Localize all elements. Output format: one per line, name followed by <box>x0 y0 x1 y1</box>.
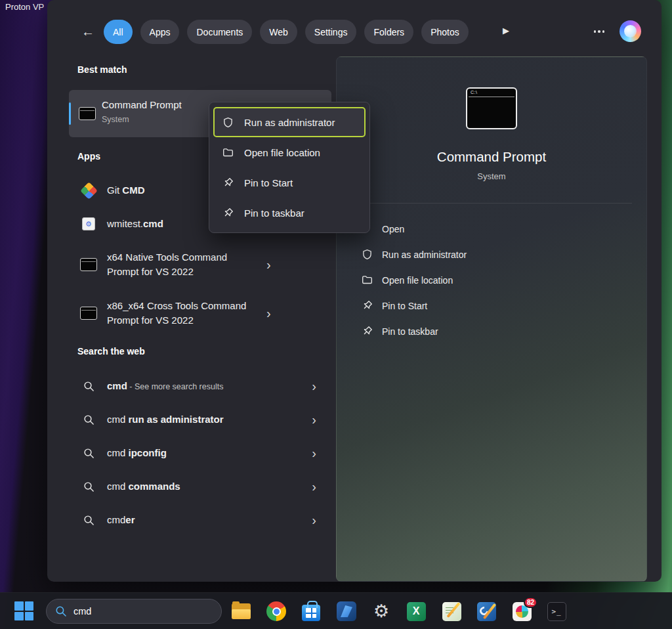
search-icon <box>80 481 97 492</box>
app-result-x86-x64-cross-tools[interactable]: x86_x64 Cross Tools Command Prompt for V… <box>74 290 320 336</box>
search-icon <box>80 381 97 392</box>
back-button[interactable]: ← <box>79 22 97 41</box>
shield-icon <box>360 249 373 260</box>
chevron-right-icon[interactable]: › <box>312 446 316 460</box>
preview-subtitle: System <box>337 171 646 181</box>
desktop: Proton VP ← All Apps Documents Web Setti… <box>0 0 672 629</box>
git-icon <box>80 184 97 197</box>
action-run-as-administrator[interactable]: Run as administrator <box>360 242 633 267</box>
context-open-file-location[interactable]: Open file location <box>213 137 366 167</box>
chevron-right-icon[interactable]: › <box>266 307 271 320</box>
terminal-icon[interactable]: >_ <box>546 601 567 622</box>
result-text: cmder <box>107 513 302 527</box>
command-prompt-icon <box>79 107 96 120</box>
result-text: x64 Native Tools Command Prompt for VS 2… <box>107 250 257 279</box>
context-pin-to-taskbar[interactable]: Pin to taskbar <box>213 198 366 228</box>
selection-accent-bar <box>69 102 71 125</box>
chrome-icon[interactable] <box>266 601 287 622</box>
blue-app-icon[interactable] <box>336 601 357 622</box>
taskbar-search-input[interactable] <box>74 606 213 617</box>
search-icon <box>55 605 67 617</box>
action-pin-to-taskbar[interactable]: Pin to taskbar <box>360 318 633 344</box>
pen-app-icon[interactable] <box>476 601 497 622</box>
action-pin-to-start[interactable]: Pin to Start <box>360 293 633 318</box>
search-icon <box>80 515 97 526</box>
more-options-button[interactable] <box>589 22 609 41</box>
filter-documents[interactable]: Documents <box>187 20 252 44</box>
web-suggestion-cmd-commands[interactable]: cmd commands › <box>74 471 320 502</box>
search-icon <box>80 448 97 459</box>
best-match-heading: Best match <box>77 64 127 75</box>
web-suggestion-cmd-run-as-administrator[interactable]: cmd run as administrator › <box>74 404 320 435</box>
preview-title: Command Prompt <box>337 149 646 165</box>
context-menu: Run as administrator Open file location … <box>209 102 370 233</box>
filter-settings[interactable]: Settings <box>305 20 357 44</box>
search-flyout-window: ← All Apps Documents Web Settings Folder… <box>47 0 662 582</box>
desktop-wallpaper-label: Proton VP <box>5 2 44 12</box>
result-text: x86_x64 Cross Tools Command Prompt for V… <box>107 299 257 328</box>
apps-heading: Apps <box>77 151 100 162</box>
taskbar-search-box[interactable] <box>46 599 222 624</box>
web-suggestion-cmd-ipconfig[interactable]: cmd ipconfig › <box>74 437 320 469</box>
filter-photos[interactable]: Photos <box>421 20 469 44</box>
context-pin-to-start[interactable]: Pin to Start <box>213 167 366 198</box>
action-open[interactable]: Open <box>360 216 633 242</box>
command-prompt-icon <box>80 307 97 320</box>
notes-app-icon[interactable] <box>441 601 462 622</box>
pin-icon <box>360 326 373 337</box>
best-match-title: Command Prompt <box>102 99 182 110</box>
copilot-icon[interactable] <box>620 20 641 42</box>
search-web-heading: Search the web <box>77 346 145 357</box>
folder-icon <box>221 147 234 158</box>
filter-folders[interactable]: Folders <box>364 20 413 44</box>
command-prompt-icon <box>80 258 97 271</box>
search-icon <box>80 414 97 425</box>
pin-icon <box>360 300 373 311</box>
filter-web[interactable]: Web <box>260 20 297 44</box>
app-result-x64-native-tools[interactable]: x64 Native Tools Command Prompt for VS 2… <box>74 242 320 288</box>
chevron-right-icon[interactable]: › <box>266 258 271 271</box>
action-open-file-location[interactable]: Open file location <box>360 267 633 293</box>
start-button[interactable] <box>14 601 34 621</box>
chevron-right-icon[interactable]: › <box>312 413 316 426</box>
chevron-right-icon[interactable]: › <box>312 380 316 393</box>
more-filters-icon[interactable]: ▶ <box>503 26 509 35</box>
settings-gear-icon[interactable]: ⚙ <box>371 601 392 622</box>
result-text: cmd ipconfig <box>107 446 302 460</box>
pin-icon <box>221 207 234 219</box>
notification-badge: 82 <box>524 597 537 608</box>
result-text: cmd commands <box>107 479 302 494</box>
shield-icon <box>221 117 234 128</box>
search-filter-bar: All Apps Documents Web Settings Folders … <box>104 20 469 44</box>
microsoft-store-icon[interactable] <box>301 601 322 622</box>
slack-icon[interactable]: 82 <box>511 601 532 622</box>
preview-panel: C:\ Command Prompt System Open Run as ad… <box>336 56 647 582</box>
taskbar: ⚙ X 82 >_ <box>0 592 672 629</box>
folder-icon <box>360 274 373 286</box>
web-suggestion-cmder[interactable]: cmder › <box>74 504 320 536</box>
chevron-right-icon[interactable]: › <box>312 513 316 527</box>
pin-icon <box>221 177 234 188</box>
cmd-file-icon: ⚙ <box>80 217 97 230</box>
result-text: cmd - See more search results <box>107 379 302 393</box>
filter-apps[interactable]: Apps <box>140 20 180 44</box>
divider <box>351 203 632 204</box>
excel-icon[interactable]: X <box>406 601 427 622</box>
context-run-as-administrator[interactable]: Run as administrator <box>213 107 366 137</box>
preview-action-list: Open Run as administrator Open file loca… <box>360 216 633 344</box>
command-prompt-icon-large: C:\ <box>466 87 517 129</box>
file-explorer-icon[interactable] <box>230 601 251 622</box>
best-match-subtitle: System <box>102 115 129 124</box>
chevron-right-icon[interactable]: › <box>312 480 316 493</box>
result-text: cmd run as administrator <box>107 412 302 427</box>
filter-all[interactable]: All <box>104 20 133 44</box>
web-suggestion-cmd[interactable]: cmd - See more search results › <box>74 370 320 402</box>
